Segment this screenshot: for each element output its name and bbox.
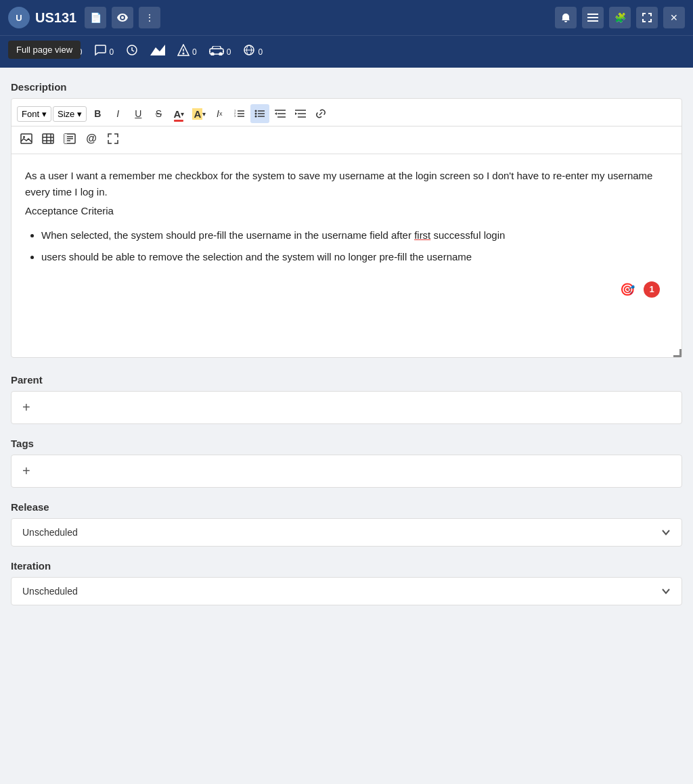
editor-toolbar-row1: Font ▾ Size ▾ B I U S A ▾ bbox=[12, 99, 681, 126]
size-select[interactable]: Size ▾ bbox=[53, 106, 87, 122]
highlight-button[interactable]: A ▾ bbox=[189, 104, 208, 123]
chart-toolbar-item[interactable] bbox=[145, 42, 171, 62]
strikethrough-button[interactable]: S bbox=[149, 104, 168, 123]
font-color-button[interactable]: A ▾ bbox=[169, 104, 188, 123]
svg-marker-6 bbox=[150, 45, 165, 55]
car-toolbar-item[interactable]: 0 bbox=[204, 42, 237, 62]
acceptance-criteria-list: When selected, the system should pre-fil… bbox=[41, 227, 668, 265]
warning-icon bbox=[177, 44, 189, 60]
badge-count: 1 bbox=[644, 281, 660, 298]
description-label: Description bbox=[11, 81, 682, 93]
globe-count: 0 bbox=[258, 47, 263, 57]
font-chevron-icon: ▾ bbox=[42, 109, 47, 119]
description-section: Description Font ▾ Size ▾ B I U S A bbox=[11, 81, 682, 358]
comment-count: 0 bbox=[109, 47, 114, 57]
release-section: Release Unscheduled bbox=[11, 501, 682, 547]
link-button[interactable] bbox=[311, 104, 330, 123]
template-button[interactable] bbox=[60, 129, 79, 148]
svg-text:3: 3 bbox=[234, 114, 236, 118]
release-label: Release bbox=[11, 501, 682, 513]
numbered-list-button[interactable]: 123 bbox=[230, 104, 249, 123]
fullscreen-button[interactable] bbox=[104, 129, 122, 148]
expand-icon-btn[interactable] bbox=[636, 7, 658, 28]
header-right-actions: 🧩 ✕ bbox=[555, 7, 685, 28]
tags-add-icon: + bbox=[22, 463, 30, 479]
notification-icon-btn[interactable] bbox=[555, 7, 577, 28]
parent-section: Parent + bbox=[11, 374, 682, 424]
italic-subscript-button[interactable]: Ix bbox=[210, 104, 229, 123]
car-count: 0 bbox=[227, 47, 231, 57]
bullet-list-button[interactable] bbox=[250, 104, 269, 123]
underline-first: first bbox=[414, 229, 430, 241]
editor-toolbar-row2: @ bbox=[12, 126, 681, 154]
chart-icon bbox=[150, 45, 165, 59]
comment-icon bbox=[94, 44, 106, 60]
doc-icon-btn[interactable]: 📄 bbox=[85, 7, 106, 28]
indent-decrease-button[interactable] bbox=[271, 104, 290, 123]
svg-rect-2 bbox=[587, 20, 598, 22]
iteration-chevron-icon bbox=[661, 586, 671, 597]
parent-add-box[interactable]: + bbox=[11, 391, 682, 424]
svg-marker-37 bbox=[295, 112, 297, 115]
editor-body[interactable]: As a user I want a remember me checkbox … bbox=[12, 154, 681, 357]
tags-section: Tags + bbox=[11, 438, 682, 488]
svg-point-9 bbox=[183, 53, 184, 54]
avatar: U bbox=[8, 7, 30, 28]
svg-rect-1 bbox=[587, 17, 598, 18]
iteration-section: Iteration Unscheduled bbox=[11, 560, 682, 605]
bullet-item-2: users should be able to remove the selec… bbox=[41, 249, 668, 265]
editor-footer: 🎯 1 bbox=[25, 273, 668, 306]
comment-toolbar-item[interactable]: 0 bbox=[89, 41, 119, 62]
page-title: US131 bbox=[35, 10, 76, 26]
content-paragraph-2: Acceptance Criteria bbox=[25, 203, 668, 219]
font-select[interactable]: Font ▾ bbox=[17, 106, 51, 122]
italic-button[interactable]: I bbox=[108, 104, 127, 123]
bullet-item-1: When selected, the system should pre-fil… bbox=[41, 227, 668, 244]
svg-point-39 bbox=[23, 136, 25, 138]
svg-rect-40 bbox=[43, 134, 53, 143]
svg-point-26 bbox=[255, 116, 257, 118]
svg-rect-38 bbox=[21, 134, 32, 143]
tags-label: Tags bbox=[11, 438, 682, 449]
globe-toolbar-item[interactable]: 0 bbox=[238, 41, 268, 62]
svg-point-25 bbox=[255, 113, 257, 115]
warning-toolbar-item[interactable]: 0 bbox=[172, 41, 202, 62]
toolbar: ⚗ 0 ▶ 0 0 0 bbox=[0, 35, 693, 68]
svg-rect-49 bbox=[64, 134, 67, 143]
history-icon bbox=[126, 44, 138, 60]
description-editor: Font ▾ Size ▾ B I U S A ▾ bbox=[11, 98, 682, 358]
main-content: Description Font ▾ Size ▾ B I U S A bbox=[0, 68, 693, 784]
warning-count: 0 bbox=[192, 47, 197, 57]
globe-icon bbox=[243, 44, 255, 60]
release-value: Unscheduled bbox=[22, 527, 78, 538]
svg-point-11 bbox=[211, 53, 214, 55]
tooltip-fullpage: Full page view bbox=[8, 41, 81, 59]
table-button[interactable] bbox=[39, 129, 58, 148]
eye-icon-btn[interactable] bbox=[112, 7, 133, 28]
iteration-select[interactable]: Unscheduled bbox=[11, 577, 682, 605]
iteration-value: Unscheduled bbox=[22, 586, 78, 597]
svg-rect-0 bbox=[587, 14, 598, 15]
resize-handle[interactable] bbox=[673, 349, 681, 357]
parent-label: Parent bbox=[11, 374, 682, 386]
parent-add-icon: + bbox=[22, 400, 30, 415]
svg-point-12 bbox=[219, 53, 222, 55]
image-button[interactable] bbox=[17, 129, 36, 148]
release-chevron-icon bbox=[661, 527, 671, 538]
target-icon[interactable]: 🎯 bbox=[617, 279, 638, 300]
tags-add-box[interactable]: + bbox=[11, 455, 682, 488]
release-select[interactable]: Unscheduled bbox=[11, 518, 682, 547]
menu-icon-btn[interactable] bbox=[582, 7, 604, 28]
puzzle-icon-btn[interactable]: 🧩 bbox=[609, 7, 631, 28]
mention-button[interactable]: @ bbox=[82, 129, 101, 148]
underline-button[interactable]: U bbox=[129, 104, 148, 123]
svg-point-24 bbox=[255, 110, 257, 112]
app-header: U US131 📄 ⋮ 🧩 ✕ bbox=[0, 0, 693, 35]
bold-button[interactable]: B bbox=[88, 104, 107, 123]
more-icon-btn[interactable]: ⋮ bbox=[139, 7, 160, 28]
indent-increase-button[interactable] bbox=[291, 104, 310, 123]
history-toolbar-item[interactable] bbox=[120, 41, 143, 62]
svg-marker-33 bbox=[275, 112, 277, 115]
size-chevron-icon: ▾ bbox=[77, 109, 82, 119]
close-icon-btn[interactable]: ✕ bbox=[663, 7, 685, 28]
